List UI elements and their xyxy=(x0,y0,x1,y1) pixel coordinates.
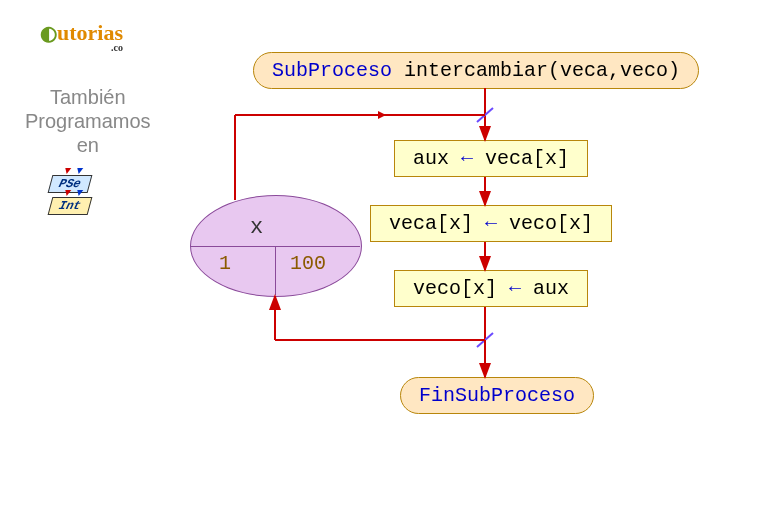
process-step3: veco[x] ← aux xyxy=(394,270,588,307)
svg-marker-4 xyxy=(378,111,386,119)
loop-variable: x xyxy=(250,215,263,240)
step2-op: ← xyxy=(485,212,497,235)
loop-divider-v xyxy=(275,246,276,295)
sidebar-line2: Programamos xyxy=(25,109,151,133)
step2-rhs: veco[x] xyxy=(497,212,593,235)
start-terminal: SubProceso intercambiar(veca,veco) xyxy=(253,52,699,89)
step2-lhs: veca[x] xyxy=(389,212,485,235)
step1-lhs: aux xyxy=(413,147,461,170)
step3-op: ← xyxy=(509,277,521,300)
step1-op: ← xyxy=(461,147,473,170)
process-step1: aux ← veca[x] xyxy=(394,140,588,177)
end-terminal: FinSubProceso xyxy=(400,377,594,414)
svg-line-2 xyxy=(477,108,493,122)
end-keyword: FinSubProceso xyxy=(419,384,575,407)
sidebar-caption: También Programamos en xyxy=(25,85,151,157)
step3-rhs: aux xyxy=(521,277,569,300)
sidebar-line1: También xyxy=(25,85,151,109)
sidebar-line3: en xyxy=(25,133,151,157)
process-step2: veca[x] ← veco[x] xyxy=(370,205,612,242)
logo: ◐utorias .co xyxy=(40,20,123,53)
start-signature: intercambiar(veca,veco) xyxy=(392,59,680,82)
badge-int: Int xyxy=(48,197,92,215)
step1-rhs: veca[x] xyxy=(473,147,569,170)
loop-from: 1 xyxy=(219,252,231,275)
step3-lhs: veco[x] xyxy=(413,277,509,300)
loop-to: 100 xyxy=(290,252,326,275)
svg-line-9 xyxy=(477,333,493,347)
logo-icon: ◐ xyxy=(40,22,57,44)
start-keyword: SubProceso xyxy=(272,59,392,82)
badges: PSe Int xyxy=(50,175,90,215)
